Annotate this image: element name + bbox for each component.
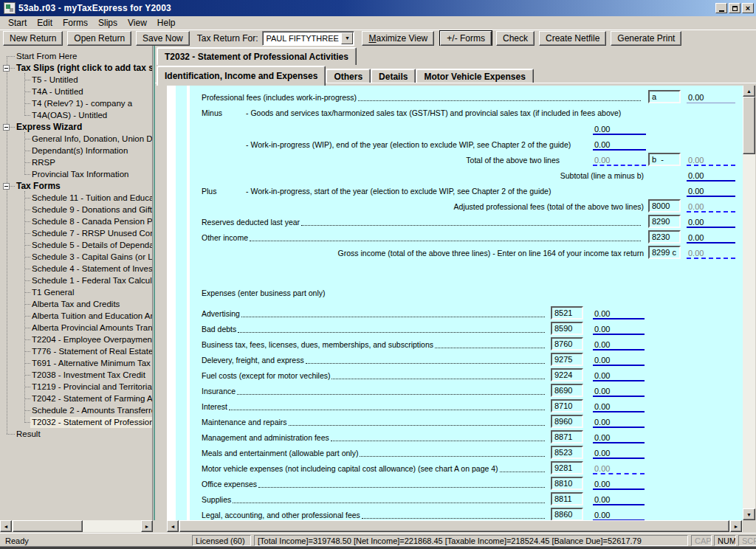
plus-minus-forms-button[interactable]: +/- Forms — [440, 31, 492, 46]
amount-field[interactable]: 0.00 — [593, 324, 645, 335]
sidebar-item-tax-forms[interactable]: Tax Forms — [15, 181, 62, 192]
sidebar-hscroll-right-button[interactable]: ► — [141, 520, 153, 532]
form-row: Total of the above two linesb -0.000.00 — [167, 155, 743, 167]
close-button[interactable]: × — [742, 3, 754, 13]
amount-field[interactable]: 0.00 — [593, 432, 645, 443]
save-now-button[interactable]: Save Now — [136, 31, 190, 46]
sidebar-item-alberta-provincial-amounts-transfe[interactable]: Alberta Provincial Amounts Transfe — [30, 322, 153, 334]
sidebar-item-schedule-3-capital-gains-or-losse[interactable]: Schedule 3 - Capital Gains (or Losse — [30, 252, 153, 263]
minimize-button[interactable] — [715, 3, 727, 13]
menu-item-start[interactable]: Start — [3, 17, 32, 29]
amount-field[interactable]: 0.00 — [593, 494, 645, 505]
sidebar-item-t2042-statement-of-farming-acti[interactable]: T2042 - Statement of Farming Acti — [30, 393, 153, 404]
amount-field[interactable]: 0.00 — [593, 124, 646, 135]
amount-field[interactable]: 0.00 — [687, 170, 735, 182]
form-hscroll-right-button[interactable]: ► — [730, 520, 742, 532]
tab-identification-income-expenses[interactable]: Identification, Income and Expenses — [157, 66, 326, 86]
amount-field[interactable]: 0.00 — [593, 401, 645, 412]
sidebar-item-schedule-11-tuition-and-education[interactable]: Schedule 11 - Tuition and Education — [30, 193, 153, 204]
tab-motor-vehicle-expenses[interactable]: Motor Vehicle Expenses — [416, 69, 533, 84]
amount-field[interactable]: 0.00 — [593, 308, 645, 320]
sidebar-item-schedule-4-statement-of-investm[interactable]: Schedule 4 - Statement of Investm — [30, 263, 153, 274]
sidebar-item-t776-statement-of-real-estate-re[interactable]: T776 - Statement of Real Estate Re — [30, 346, 153, 357]
tab-t2032[interactable]: T2032 - Statement of Professional Activi… — [157, 47, 357, 65]
form-row: Maintenance and repairs89600.00 — [167, 417, 743, 429]
sidebar-item-schedule-8-canada-pension-plan[interactable]: Schedule 8 - Canada Pension Plan ( — [30, 216, 153, 227]
sidebar-item-t5-untitled[interactable]: T5 - Untitled — [30, 75, 80, 86]
tree-expander-minus[interactable] — [3, 124, 10, 131]
tree-expander-minus[interactable] — [3, 65, 10, 72]
tree-branch-line — [24, 191, 25, 423]
sidebar-item-start-from-here[interactable]: Start From Here — [15, 51, 78, 62]
tab-others[interactable]: Others — [326, 69, 371, 84]
sidebar-item-alberta-tax-and-credits[interactable]: Alberta Tax and Credits — [30, 299, 121, 310]
sidebar-item-rrsp[interactable]: RRSP — [30, 157, 57, 168]
form-vscroll-down-button[interactable]: ▼ — [743, 508, 755, 520]
amount-field[interactable]: 0.00 — [593, 355, 645, 366]
sidebar-hscroll-thumb[interactable] — [13, 520, 83, 532]
new-return-button[interactable]: New Return — [3, 31, 63, 46]
sidebar-item-t2032-statement-of-professional[interactable]: T2032 - Statement of Professional — [30, 417, 153, 428]
scrollbar-corner — [743, 520, 756, 533]
maximize-view-button[interactable]: Maximize View — [362, 31, 434, 46]
sidebar-item-general-info-donation-union-due[interactable]: General Info, Donation, Union Due — [30, 134, 153, 145]
sidebar-item-t1219-provincial-and-territorial-al[interactable]: T1219 - Provincial and Territorial Al — [30, 381, 153, 393]
sidebar-item-dependant-s-information[interactable]: Dependant(s) Information — [30, 145, 129, 156]
sidebar-item-schedule-5-details-of-dependant[interactable]: Schedule 5 - Details of Dependant — [30, 240, 153, 251]
amount-field[interactable]: 0.00 — [593, 386, 645, 397]
tab-details[interactable]: Details — [371, 69, 416, 84]
amount-field[interactable]: 0.00 — [687, 232, 735, 244]
dotted-leader — [306, 363, 545, 364]
sidebar-hscroll-left-button[interactable]: ◄ — [0, 520, 12, 532]
amount-field[interactable]: 0.00 — [593, 339, 645, 351]
sidebar-item-express-wizard[interactable]: Express Wizard — [15, 122, 83, 133]
field-code-box: 8860 — [551, 508, 583, 520]
open-return-button[interactable]: Open Return — [67, 31, 131, 46]
sidebar-item-schedule-2-amounts-transferred[interactable]: Schedule 2 - Amounts Transferred — [30, 405, 153, 416]
sidebar-item-t2038-investment-tax-credit[interactable]: T2038 - Investment Tax Credit — [30, 370, 147, 381]
field-code-box: 8760 — [551, 337, 583, 351]
generate-print-button[interactable]: Generate Print — [611, 31, 681, 46]
sidebar-item-provincial-tax-information[interactable]: Provincial Tax Information — [30, 169, 130, 180]
taxpayer-dropdown-button[interactable]: ▼ — [341, 32, 353, 44]
amount-field[interactable]: 0.00 — [593, 510, 645, 520]
amount-field[interactable]: 0.00 — [593, 417, 645, 428]
form-row: 0.00 — [167, 124, 743, 136]
tree-expander-minus[interactable] — [3, 183, 10, 190]
arrow-right-icon: ► — [734, 524, 739, 529]
sidebar-item-alberta-tuition-and-education-amou[interactable]: Alberta Tuition and Education Amou — [30, 311, 153, 322]
form-vscroll-thumb[interactable] — [743, 97, 755, 154]
sidebar-item-schedule-7-rrsp-unused-contribu[interactable]: Schedule 7 - RRSP Unused Contribu — [30, 228, 153, 239]
menu-item-help[interactable]: Help — [152, 17, 181, 29]
amount-field[interactable]: 0.00 — [593, 448, 645, 459]
create-netfile-button[interactable]: Create Netfile — [539, 31, 606, 46]
sidebar-item-result[interactable]: Result — [15, 429, 42, 440]
check-button[interactable]: Check — [496, 31, 535, 46]
menu-item-slips[interactable]: Slips — [93, 17, 123, 29]
form-label-leader: Delevery, freight, and express — [202, 355, 546, 366]
sidebar-item-t4a-untitled[interactable]: T4A - Untitled — [30, 86, 85, 97]
form-hscroll-thumb[interactable] — [179, 520, 729, 532]
sidebar-item-t4-relev-1-company-a[interactable]: T4 (Relev? 1) - company a — [30, 98, 134, 109]
sidebar-item-t1-general[interactable]: T1 General — [30, 287, 76, 298]
menu-item-forms[interactable]: Forms — [58, 17, 93, 29]
menu-item-view[interactable]: View — [123, 17, 152, 29]
amount-field[interactable]: 0.00 — [593, 139, 646, 151]
amount-field[interactable]: 0.00 — [593, 479, 645, 490]
field-code-box: 8230 — [648, 230, 681, 244]
restore-button[interactable] — [729, 3, 740, 13]
amount-field[interactable]: 0.00 — [687, 186, 735, 197]
amount-field[interactable]: 0.00 — [687, 92, 735, 103]
sidebar-item-schedule-1-federal-tax-calculatio[interactable]: Schedule 1 - Federal Tax Calculatio — [30, 275, 153, 286]
sidebar-item-tax-slips-right-click-to-add-tax-sl[interactable]: Tax Slips (right click to add tax sl — [15, 63, 153, 74]
sidebar-item-t691-alternative-minimum-tax[interactable]: T691 - Alternative Minimum Tax — [30, 358, 152, 369]
menu-item-edit[interactable]: Edit — [32, 17, 58, 29]
amount-field[interactable]: 0.00 — [687, 217, 735, 228]
amount-field[interactable]: 0.00 — [593, 370, 645, 381]
taxpayer-select[interactable]: PAUL FIFTYTHREE ▼ — [262, 31, 354, 46]
sidebar-item-t4a-oas-untitled[interactable]: T4A(OAS) - Untitled — [30, 110, 109, 121]
form-hscroll-left-button[interactable]: ◄ — [167, 520, 179, 532]
sidebar-item-schedule-9-donations-and-gifts[interactable]: Schedule 9 - Donations and Gifts — [30, 204, 153, 215]
form-vscroll-up-button[interactable]: ▲ — [743, 85, 755, 97]
sidebar-item-t2204-employee-overpayment-of[interactable]: T2204 - Employee Overpayment of — [30, 334, 153, 345]
